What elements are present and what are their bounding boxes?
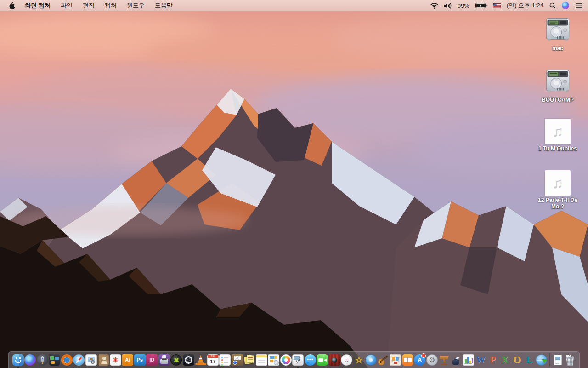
desktop-icon-label: 12 Parle-T-Il De Moi? bbox=[535, 197, 581, 210]
document-file-icon bbox=[552, 354, 564, 366]
wifi-icon[interactable] bbox=[430, 3, 438, 9]
dock-item-idvd[interactable] bbox=[365, 353, 378, 368]
desktop-icon-label: BOOTCAMP bbox=[535, 97, 581, 104]
dock-item-web-downloader[interactable] bbox=[536, 353, 548, 368]
calendar-icon: 7월17 bbox=[207, 354, 219, 366]
contacts-icon bbox=[97, 354, 109, 366]
desktop-icon-bootcamp[interactable]: BOOTCAMP bbox=[535, 67, 581, 104]
menu-item-1[interactable]: 편집 bbox=[83, 1, 95, 10]
dock-item-pages-classic[interactable]: ✒ bbox=[450, 353, 463, 368]
hard-drive-icon[interactable] bbox=[544, 67, 571, 96]
dock-item-trash-full[interactable] bbox=[564, 353, 577, 368]
idvd-icon bbox=[365, 354, 377, 366]
dock-item-siri[interactable] bbox=[24, 353, 37, 368]
numbers-classic-icon bbox=[463, 354, 474, 366]
imovie-classic-icon: ★ bbox=[353, 354, 365, 366]
dock-item-garageband[interactable] bbox=[377, 353, 390, 368]
dock-item-preview[interactable] bbox=[85, 353, 97, 368]
menu-item-2[interactable]: 캡처 bbox=[105, 1, 117, 10]
desktop-icon-label: mac bbox=[535, 46, 581, 52]
dock-item-document-templates[interactable] bbox=[268, 353, 280, 368]
battery-charging-icon[interactable] bbox=[475, 3, 487, 8]
dock-item-mission-control[interactable] bbox=[49, 353, 61, 368]
dock-item-disk-tool[interactable] bbox=[182, 353, 195, 368]
dock-item-illustrator[interactable]: Ai bbox=[122, 353, 134, 368]
dock-item-reminders[interactable] bbox=[219, 353, 232, 368]
menu-item-0[interactable]: 파일 bbox=[61, 1, 73, 10]
keynote-classic-icon bbox=[438, 354, 450, 366]
desktop-icon-12-parle-t-il-de-moi-[interactable]: ♫12 Parle-T-Il De Moi? bbox=[535, 170, 581, 210]
dock-item-system-preferences[interactable]: ⚙ bbox=[426, 353, 438, 368]
dock-item-firefox[interactable] bbox=[61, 353, 73, 368]
launchpad-icon bbox=[37, 354, 48, 366]
itunes-icon: ♫ bbox=[341, 354, 352, 366]
trash-full-icon bbox=[564, 354, 576, 366]
notification-center-icon[interactable] bbox=[575, 3, 582, 9]
music-note-glyph: ♫ bbox=[552, 123, 563, 140]
menu-item-3[interactable]: 윈도우 bbox=[127, 1, 145, 10]
audio-file-icon[interactable]: ♫ bbox=[545, 170, 571, 196]
dock-item-screen-capture-grab[interactable]: ✂ bbox=[292, 353, 305, 368]
dock-item-app-store[interactable]: A bbox=[414, 353, 426, 368]
menu-bar-clock[interactable]: (일) 오후 1:24 bbox=[507, 1, 543, 10]
wallpaper-sierra-mountain bbox=[0, 0, 588, 368]
volume-icon[interactable] bbox=[444, 3, 452, 9]
dock-item-ms-powerpoint[interactable]: P bbox=[487, 353, 499, 368]
desktop-screen: 화면 캡처 파일편집캡처윈도우도움말 99% bbox=[0, 0, 588, 368]
dock-item-ibooks[interactable] bbox=[401, 353, 414, 368]
ms-outlook-icon: O bbox=[511, 354, 523, 366]
dock-item-photo-booth[interactable] bbox=[328, 353, 341, 368]
active-app-name[interactable]: 화면 캡처 bbox=[25, 1, 51, 10]
photoshop-icon: Ps bbox=[134, 354, 146, 366]
photos-icon bbox=[280, 354, 292, 366]
firefox-icon bbox=[61, 354, 73, 366]
dock-item-acrobat-reader[interactable]: ✳ bbox=[109, 353, 122, 368]
dock-item-photoshop[interactable]: Ps bbox=[134, 353, 146, 368]
apple-menu-icon[interactable] bbox=[8, 2, 15, 10]
dock-item-calendar[interactable]: 7월17 bbox=[207, 353, 219, 368]
dock-item-ms-outlook[interactable]: O bbox=[511, 353, 524, 368]
desktop-icon-mac[interactable]: mac bbox=[535, 16, 581, 52]
music-note-glyph: ♫ bbox=[552, 175, 563, 192]
comic-life-icon bbox=[390, 354, 401, 366]
dock-item-ms-word[interactable]: W bbox=[475, 353, 487, 368]
xbmc-icon: ✖ bbox=[170, 354, 182, 366]
dock-item-launchpad[interactable] bbox=[36, 353, 49, 368]
dock-item-document-file[interactable] bbox=[552, 353, 564, 368]
dock-item-stickies[interactable] bbox=[243, 353, 256, 368]
dock-item-comic-life[interactable] bbox=[390, 353, 402, 368]
dock-item-notes[interactable] bbox=[255, 353, 268, 368]
desktop-icon-1-tu-m-oublies[interactable]: ♫1 Tu M'Oublies bbox=[535, 119, 581, 152]
dock-item-mail-archive[interactable] bbox=[231, 353, 243, 368]
preview-icon bbox=[85, 354, 97, 366]
dock-item-toast[interactable] bbox=[158, 353, 170, 368]
system-preferences-icon: ⚙ bbox=[426, 354, 438, 366]
dock-item-imovie-classic[interactable]: ★ bbox=[353, 353, 365, 368]
spotlight-search-icon[interactable] bbox=[549, 2, 556, 9]
hard-drive-icon[interactable] bbox=[544, 16, 571, 44]
dock-item-itunes[interactable]: ♫ bbox=[341, 353, 353, 368]
web-downloader-icon bbox=[536, 354, 547, 366]
mail-archive-icon bbox=[232, 354, 243, 366]
dock-item-keynote-classic[interactable] bbox=[438, 353, 451, 368]
audio-file-icon[interactable]: ♫ bbox=[545, 119, 571, 144]
dock-item-vlc[interactable] bbox=[195, 353, 207, 368]
dock-item-photos[interactable] bbox=[280, 353, 292, 368]
dock-item-numbers-classic[interactable] bbox=[463, 353, 475, 368]
dock-item-messages[interactable]: ••• bbox=[304, 353, 317, 368]
dock-item-indesign[interactable]: ID bbox=[146, 353, 158, 368]
pages-classic-icon: ✒ bbox=[451, 354, 462, 366]
us-flag-input-icon[interactable] bbox=[493, 3, 501, 8]
dock-item-facetime[interactable] bbox=[317, 353, 329, 368]
dock-item-finder[interactable] bbox=[12, 353, 24, 368]
dock-item-contacts[interactable] bbox=[97, 353, 110, 368]
acrobat-reader-icon: ✳ bbox=[110, 354, 121, 366]
dock-item-xbmc[interactable]: ✖ bbox=[170, 353, 183, 368]
dock-item-ms-excel[interactable]: X bbox=[499, 353, 511, 368]
menu-item-4[interactable]: 도움말 bbox=[155, 1, 173, 10]
facetime-icon bbox=[317, 354, 328, 366]
menu-bar: 화면 캡처 파일편집캡처윈도우도움말 99% bbox=[0, 0, 588, 12]
siri-icon[interactable] bbox=[562, 2, 569, 9]
dock-item-ms-lync[interactable]: L bbox=[523, 353, 536, 368]
dock-item-safari[interactable] bbox=[73, 353, 85, 368]
